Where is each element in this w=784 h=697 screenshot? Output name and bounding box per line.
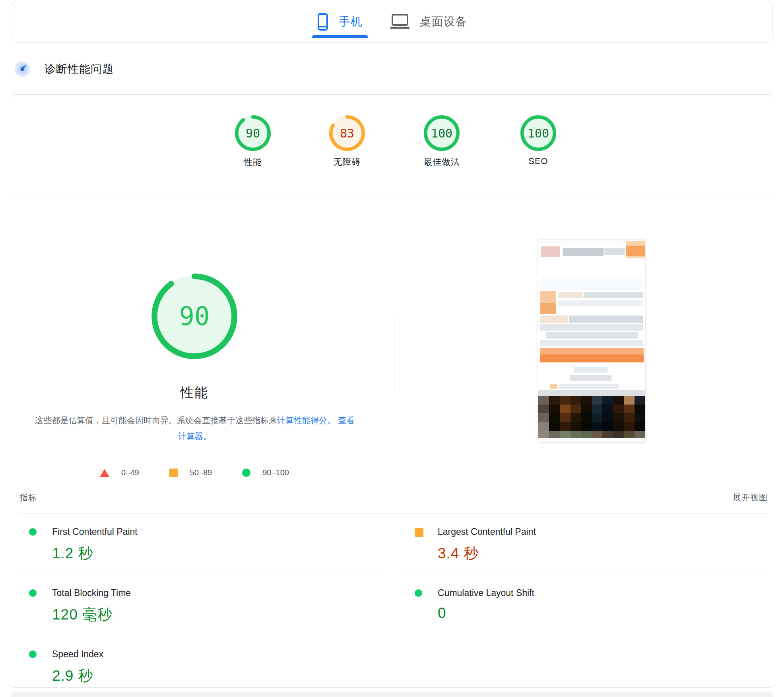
- gauge-accessibility-score: 83: [328, 114, 366, 152]
- thumbnail-mosaic: [538, 396, 645, 438]
- performance-description: 这些都是估算值，且可能会因时而异。系统会直接基于这些指标来计算性能得分。 查看计…: [33, 412, 356, 444]
- orange-square-icon: [415, 528, 423, 537]
- metric-value: 1.2 秒: [52, 544, 382, 563]
- performance-title: 性能: [35, 384, 353, 402]
- gauge-seo-score: 100: [520, 114, 557, 152]
- next-section-edge: [11, 692, 773, 697]
- metric-name: Speed Index: [52, 649, 382, 660]
- metric-value: 120 毫秒: [52, 605, 382, 625]
- performance-score-gauge: 90: [148, 270, 241, 362]
- gauge-seo-label[interactable]: SEO: [491, 156, 586, 167]
- metric-name: Total Blocking Time: [52, 588, 382, 598]
- vertical-divider: [394, 313, 394, 392]
- legend-average-range: 50–89: [190, 468, 212, 477]
- metric-value: 3.4 秒: [438, 544, 768, 563]
- metric-speed-index: Speed Index 2.9 秒: [19, 636, 382, 697]
- metric-lcp: Largest Contentful Paint 3.4 秒: [405, 514, 768, 575]
- metric-value: 2.9 秒: [52, 666, 382, 686]
- gauge-best-practices-score: 100: [423, 114, 460, 152]
- metric-fcp: First Contentful Paint 1.2 秒: [19, 514, 382, 575]
- green-circle-icon: [242, 469, 250, 477]
- speedometer-icon: [14, 60, 31, 78]
- red-triangle-icon: [100, 469, 109, 477]
- report-card: 90 83 100 100 性能 无障碍 最佳做法 SEO 90 性能 这些都: [11, 94, 773, 688]
- metric-name: Largest Contentful Paint: [438, 527, 768, 537]
- tab-desktop[interactable]: 桌面设备: [390, 1, 468, 42]
- metric-tbt: Total Blocking Time 120 毫秒: [19, 575, 382, 636]
- green-dot-icon: [29, 528, 37, 536]
- gauge-performance-score: 90: [234, 114, 272, 152]
- gauge-seo[interactable]: 100: [520, 114, 557, 152]
- gauge-performance-label[interactable]: 性能: [205, 156, 301, 168]
- desktop-icon: [390, 14, 409, 30]
- section-heading: 诊断性能问题: [14, 60, 114, 78]
- page-title: 诊断性能问题: [45, 62, 114, 77]
- metrics-column-left: First Contentful Paint 1.2 秒 Total Block…: [19, 514, 382, 697]
- gauge-accessibility-label[interactable]: 无障碍: [299, 156, 395, 168]
- orange-square-icon: [169, 469, 178, 477]
- tab-mobile-label: 手机: [339, 14, 363, 30]
- gauge-best-practices[interactable]: 100: [423, 114, 460, 152]
- phone-icon: [317, 13, 328, 31]
- metric-name: Cumulative Layout Shift: [438, 588, 768, 598]
- active-tab-indicator: [312, 35, 368, 38]
- green-dot-icon: [29, 589, 37, 597]
- performance-score-value: 90: [148, 270, 241, 362]
- metric-name: First Contentful Paint: [52, 527, 382, 537]
- metric-cls: Cumulative Layout Shift 0: [405, 575, 768, 633]
- legend-fail-range: 0–49: [121, 468, 139, 477]
- tab-mobile[interactable]: 手机: [317, 1, 363, 42]
- metric-value: 0: [438, 605, 768, 621]
- metrics-header-label: 指标: [19, 492, 37, 503]
- legend-fail: 0–49: [100, 468, 139, 477]
- expand-view-link[interactable]: 展开视图: [733, 492, 768, 503]
- green-dot-icon: [29, 651, 37, 658]
- gauge-accessibility[interactable]: 83: [328, 114, 366, 152]
- device-tab-bar: 手机 桌面设备: [12, 1, 772, 43]
- performance-description-text: 这些都是估算值，且可能会因时而异。系统会直接基于这些指标来: [35, 416, 277, 425]
- green-dot-icon: [415, 589, 422, 597]
- page-screenshot-thumbnail[interactable]: [538, 240, 645, 442]
- gauge-best-practices-label[interactable]: 最佳做法: [394, 156, 489, 168]
- legend-pass: 90–100: [242, 468, 289, 477]
- tab-desktop-label: 桌面设备: [420, 14, 468, 30]
- legend-pass-range: 90–100: [262, 468, 289, 477]
- gauge-performance[interactable]: 90: [234, 114, 272, 152]
- metrics-column-right: Largest Contentful Paint 3.4 秒 Cumulativ…: [405, 514, 768, 633]
- calc-score-link[interactable]: 计算性能得分。: [277, 416, 336, 425]
- divider: [11, 192, 773, 192]
- score-legend: 0–49 50–89 90–100: [35, 468, 353, 477]
- legend-average: 50–89: [169, 468, 212, 477]
